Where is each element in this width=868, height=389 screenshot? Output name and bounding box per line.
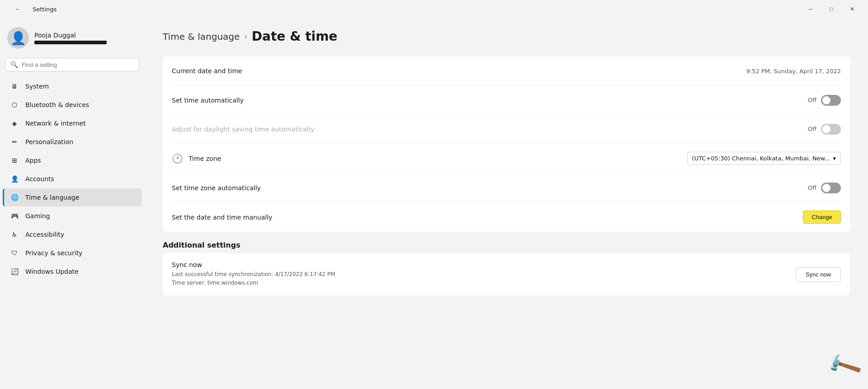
titlebar-controls: ─ □ ✕	[800, 2, 863, 16]
manual-row: Set the date and time manually Change	[172, 202, 841, 232]
sidebar-item-apps[interactable]: ⊞Apps	[3, 151, 142, 169]
apps-icon: ⊞	[10, 156, 19, 165]
additional-settings-title: Additional settings	[163, 241, 850, 249]
daylight-status: Off	[808, 126, 816, 132]
timezone-auto-label: Set time zone automatically	[172, 184, 261, 192]
system-icon: 🖥	[10, 82, 19, 91]
hammer-decoration: 🔨	[830, 352, 859, 380]
timezone-auto-right: Off	[808, 183, 841, 193]
change-button[interactable]: Change	[803, 211, 841, 224]
sidebar-item-privacy[interactable]: 🛡Privacy & security	[3, 244, 142, 262]
back-button[interactable]: ←	[7, 2, 28, 16]
timezone-left: 🕐 Time zone	[172, 153, 221, 164]
chevron-icon: ›	[244, 32, 247, 41]
user-name: Pooja Duggal	[34, 32, 107, 39]
sidebar-item-label-accessibility: Accessibility	[25, 231, 64, 238]
chevron-down-icon: ▾	[833, 155, 836, 162]
page-title: Date & time	[252, 29, 338, 44]
search-box[interactable]: 🔍	[5, 58, 139, 71]
toggle-thumb-daylight	[822, 125, 830, 133]
avatar: 👤	[7, 27, 29, 49]
daylight-label: Adjust for daylight saving time automati…	[172, 126, 314, 133]
timezone-label: Time zone	[189, 155, 221, 162]
breadcrumb-parent[interactable]: Time & language	[163, 31, 240, 42]
sync-now-button[interactable]: Sync now	[796, 267, 841, 282]
sidebar-item-label-network: Network & internet	[25, 120, 86, 127]
main-content: Time & language › Date & time Current da…	[145, 18, 868, 389]
current-datetime-value: 9:52 PM, Sunday, April 17, 2022	[746, 68, 841, 75]
accounts-icon: 👤	[10, 174, 19, 183]
sidebar-item-label-gaming: Gaming	[25, 212, 50, 220]
sidebar-item-time[interactable]: 🌐Time & language	[3, 188, 142, 206]
sidebar-item-accounts[interactable]: 👤Accounts	[3, 170, 142, 188]
daylight-row: Adjust for daylight saving time automati…	[172, 114, 841, 143]
personalization-icon: ✏	[10, 137, 19, 146]
timezone-dropdown[interactable]: (UTC+05:30) Chennai, Kolkata, Mumbai, Ne…	[687, 152, 841, 165]
toggle-thumb	[822, 96, 830, 104]
sidebar-item-label-privacy: Privacy & security	[25, 249, 82, 257]
timezone-value: (UTC+05:30) Chennai, Kolkata, Mumbai, Ne…	[692, 155, 830, 162]
sidebar-item-gaming[interactable]: 🎮Gaming	[3, 207, 142, 225]
manual-label: Set the date and time manually	[172, 214, 272, 221]
timezone-row: 🕐 Time zone (UTC+05:30) Chennai, Kolkata…	[172, 143, 841, 173]
sync-last: Last successful time synchronization: 4/…	[172, 270, 335, 279]
update-icon: 🔄	[10, 267, 19, 276]
daylight-toggle[interactable]	[821, 124, 841, 135]
timezone-auto-row: Set time zone automatically Off	[172, 173, 841, 202]
search-input[interactable]	[22, 61, 134, 68]
sidebar: 👤 Pooja Duggal 🔍 🖥System⬡Bluetooth & dev…	[0, 18, 145, 389]
sidebar-item-update[interactable]: 🔄Windows Update	[3, 262, 142, 281]
toggle-thumb-tz	[822, 184, 830, 192]
daylight-right: Off	[808, 124, 841, 135]
maximize-button[interactable]: □	[821, 2, 842, 16]
sync-info: Sync now Last successful time synchroniz…	[172, 261, 335, 287]
current-datetime-row: Current date and time 9:52 PM, Sunday, A…	[172, 56, 841, 85]
avatar-icon: 👤	[10, 31, 26, 46]
nav-list: 🖥System⬡Bluetooth & devices◈Network & in…	[0, 77, 145, 281]
app-body: 👤 Pooja Duggal 🔍 🖥System⬡Bluetooth & dev…	[0, 18, 868, 389]
sidebar-item-label-system: System	[25, 83, 49, 90]
sidebar-item-bluetooth[interactable]: ⬡Bluetooth & devices	[3, 96, 142, 114]
privacy-icon: 🛡	[10, 248, 19, 258]
current-datetime-label: Current date and time	[172, 67, 242, 75]
set-auto-toggle[interactable]	[821, 95, 841, 106]
hammer-icon: 🔨	[825, 347, 864, 385]
user-info: Pooja Duggal	[34, 32, 107, 44]
timezone-auto-toggle[interactable]	[821, 183, 841, 193]
user-profile[interactable]: 👤 Pooja Duggal	[0, 22, 145, 56]
timezone-icon: 🕐	[172, 153, 183, 164]
timezone-auto-status: Off	[808, 184, 816, 191]
breadcrumb: Time & language › Date & time	[163, 29, 850, 44]
gaming-icon: 🎮	[10, 211, 19, 220]
sync-title: Sync now	[172, 261, 335, 268]
sidebar-item-label-time: Time & language	[25, 194, 79, 201]
settings-card: Current date and time 9:52 PM, Sunday, A…	[163, 56, 850, 232]
set-auto-row: Set time automatically Off	[172, 85, 841, 114]
sync-card: Sync now Last successful time synchroniz…	[163, 253, 850, 295]
minimize-button[interactable]: ─	[800, 2, 821, 16]
sidebar-item-personalization[interactable]: ✏Personalization	[3, 133, 142, 151]
user-bar	[34, 41, 107, 44]
sidebar-item-label-update: Windows Update	[25, 268, 79, 275]
titlebar-left: ← Settings	[7, 2, 57, 16]
set-auto-status: Off	[808, 97, 816, 103]
network-icon: ◈	[10, 119, 19, 128]
set-auto-right: Off	[808, 95, 841, 106]
sidebar-item-label-accounts: Accounts	[25, 175, 54, 183]
sidebar-item-network[interactable]: ◈Network & internet	[3, 114, 142, 132]
close-button[interactable]: ✕	[842, 2, 863, 16]
sidebar-item-system[interactable]: 🖥System	[3, 77, 142, 95]
sidebar-item-accessibility[interactable]: ♿Accessibility	[3, 225, 142, 244]
sidebar-item-label-apps: Apps	[25, 157, 41, 164]
sidebar-item-label-bluetooth: Bluetooth & devices	[25, 101, 89, 108]
sync-server: Time server: time.windows.com	[172, 279, 335, 287]
accessibility-icon: ♿	[10, 230, 19, 239]
search-icon: 🔍	[10, 61, 18, 68]
titlebar: ← Settings ─ □ ✕	[0, 0, 868, 18]
titlebar-title: Settings	[33, 6, 57, 13]
time-icon: 🌐	[10, 193, 19, 202]
bluetooth-icon: ⬡	[10, 100, 19, 109]
sidebar-item-label-personalization: Personalization	[25, 138, 73, 145]
set-auto-label: Set time automatically	[172, 97, 244, 104]
